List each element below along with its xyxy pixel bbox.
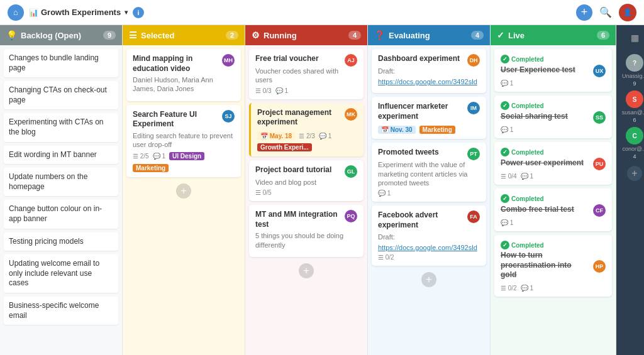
card-title: Project management experiment xyxy=(257,108,341,128)
project-selector[interactable]: 📊 Growth Experiments ▾ xyxy=(29,8,128,17)
card-free-trial[interactable]: Free trial voucher AJ Voucher codes shar… xyxy=(249,49,364,99)
list-item[interactable]: Business-specific welcome email xyxy=(4,297,118,325)
card-mind-mapping[interactable]: Mind mapping in education video MH Danie… xyxy=(126,49,241,101)
card-link[interactable]: https://docs.google.com/3492sld xyxy=(378,78,480,85)
card-dashboard[interactable]: Dashboard experiment DH Draft: https://d… xyxy=(372,49,486,93)
add-button[interactable]: + xyxy=(576,4,592,21)
tag-marketing: Marketing xyxy=(133,164,169,172)
list-item[interactable]: Edit wording in MT banner xyxy=(4,146,118,165)
backlog-body: Changes to bundle landing page Changing … xyxy=(0,45,122,355)
list-item[interactable]: Change button colour on in-app banner xyxy=(4,200,118,228)
card-footer: 💬 1 xyxy=(501,80,606,87)
person-conor[interactable]: C conor@... 4 xyxy=(622,127,644,160)
column-header-evaluating: ❓ Evaluating 4 xyxy=(368,25,490,45)
card-footer: 📅 Nov. 30 Marketing xyxy=(378,126,480,134)
card-title: MT and MM integration test xyxy=(255,210,341,229)
card-combo-free[interactable]: ✓ Completed Combo free trial test CF 💬 1 xyxy=(494,188,612,231)
comments-meta: 💬 1 xyxy=(501,80,513,87)
card-project-mgmt[interactable]: Project management experiment MK 📅 May. … xyxy=(249,103,364,156)
card-title: How to turn procrastination into gold xyxy=(501,251,589,280)
card-title: Facebook advert experiment xyxy=(378,210,464,230)
card-footer: ☰ 0/4 💬 1 xyxy=(501,173,606,180)
gear-icon: ⚙ xyxy=(252,30,260,40)
complete-icon: ✓ xyxy=(501,101,509,110)
complete-icon: ✓ xyxy=(501,148,509,156)
card-footer: ☰ 2/5 💬 1 UI Design Marketing xyxy=(133,152,235,172)
column-header-live: ✓ Live 6 xyxy=(491,25,616,45)
avatar: S xyxy=(626,90,643,108)
card-footer: ☰ 0/2 xyxy=(378,254,480,261)
list-item[interactable]: Changes to bundle landing page xyxy=(4,49,118,77)
card-social-sharing[interactable]: ✓ Completed Social sharing test SS 💬 1 xyxy=(494,96,612,138)
avatar: PT xyxy=(467,148,480,160)
card-promoted-tweets[interactable]: Promoted tweets PT Experiment with the v… xyxy=(372,143,486,202)
person-susan[interactable]: S susan@... 6 xyxy=(622,90,644,123)
card-power-user[interactable]: ✓ Completed Power user experiment PU ☰ 0… xyxy=(494,142,612,185)
info-icon[interactable]: i xyxy=(133,7,144,18)
column-backlog: 💡 Backlog (Open) 9 Changes to bundle lan… xyxy=(0,25,123,355)
list-item[interactable]: Experimenting with CTAs on the blog xyxy=(4,113,118,141)
complete-icon: ✓ xyxy=(501,241,509,249)
avatar: GL xyxy=(345,165,357,178)
progress-meta: ☰ 0/3 xyxy=(255,87,272,94)
card-sub: Draft: xyxy=(378,67,480,75)
card-title: Dashboard experiment xyxy=(378,54,460,64)
card-ux-test[interactable]: ✓ Completed User Experience test UX 💬 1 xyxy=(494,49,612,92)
person-count: 6 xyxy=(633,117,636,123)
person-label: conor@... xyxy=(622,146,644,152)
card-project-board[interactable]: Project board tutorial GL Video and blog… xyxy=(249,160,364,201)
avatar: CF xyxy=(593,204,606,217)
avatar: C xyxy=(626,127,643,145)
add-card-button[interactable]: + xyxy=(421,272,436,287)
person-unassigned[interactable]: ? Unassig... 9 xyxy=(622,54,644,87)
chart-icon: 📊 xyxy=(29,8,38,17)
date-tag: 📅 Nov. 30 xyxy=(378,126,416,134)
progress-meta: ☰ 2/5 xyxy=(133,153,149,160)
column-header-backlog: 💡 Backlog (Open) 9 xyxy=(0,25,122,45)
list-icon: ☰ xyxy=(129,30,137,40)
card-footer: ☰ 0/2 💬 1 xyxy=(501,285,606,292)
avatar: MK xyxy=(345,108,357,121)
live-body: ✓ Completed User Experience test UX 💬 1 … xyxy=(491,45,616,355)
bulb-icon: 💡 xyxy=(6,30,17,40)
running-body: Free trial voucher AJ Voucher codes shar… xyxy=(245,45,367,355)
progress-meta: ☰ 2/3 xyxy=(299,133,315,139)
add-card-button[interactable]: + xyxy=(299,263,314,278)
card-influencer[interactable]: Influencer marketer experiment IM 📅 Nov.… xyxy=(372,97,486,139)
user-avatar[interactable]: 👤 xyxy=(619,4,636,21)
card-link[interactable]: https://docs.google.com/3492sld xyxy=(378,244,480,251)
person-count: 4 xyxy=(633,153,636,160)
card-title: Project board tutorial xyxy=(255,165,331,175)
add-person-button[interactable]: + xyxy=(627,166,642,181)
people-header: ▦ xyxy=(616,25,644,50)
progress-meta: ☰ 0/2 xyxy=(378,254,394,261)
card-footer: ☰ 0/3 💬 1 xyxy=(255,87,357,94)
avatar: IM xyxy=(467,102,480,114)
column-title-evaluating: Evaluating xyxy=(389,31,430,40)
comments-meta: 💬 1 xyxy=(521,285,533,292)
list-item[interactable]: Update numbers on the homepage xyxy=(4,168,118,196)
list-item[interactable]: Updating welcome email to only include r… xyxy=(4,254,118,293)
comments-meta: 💬 1 xyxy=(275,87,288,94)
date-tag: 📅 May. 18 xyxy=(257,132,295,140)
column-people: ▦ ? Unassig... 9 S susan@... 6 C conor@.… xyxy=(616,25,644,355)
evaluating-count: 4 xyxy=(471,31,484,40)
card-facebook[interactable]: Facebook advert experiment FA Draft: htt… xyxy=(372,205,486,265)
completed-badge: ✓ Completed xyxy=(501,241,544,249)
card-mt-mm[interactable]: MT and MM integration test PQ 5 things y… xyxy=(249,205,364,257)
project-name: Growth Experiments xyxy=(41,8,121,17)
search-button[interactable]: 🔍 xyxy=(597,4,614,21)
card-procrastination[interactable]: ✓ Completed How to turn procrastination … xyxy=(494,235,612,297)
avatar: DH xyxy=(467,54,480,67)
progress-meta: ☰ 0/4 xyxy=(501,173,517,180)
comments-meta: 💬 1 xyxy=(521,173,533,180)
card-search-feature[interactable]: Search Feature UI Experiment SJ Editing … xyxy=(126,105,241,177)
home-icon[interactable]: ⌂ xyxy=(8,4,24,21)
list-item[interactable]: Changing CTAs on check-out page xyxy=(4,81,118,109)
list-item[interactable]: Testing pricing models xyxy=(4,232,118,251)
avatar: FA xyxy=(467,210,480,223)
add-card-button[interactable]: + xyxy=(176,183,191,199)
column-title-live: Live xyxy=(508,31,525,40)
card-footer: ☰ 0/5 xyxy=(255,189,357,196)
card-title: Power user experiment xyxy=(501,158,584,168)
